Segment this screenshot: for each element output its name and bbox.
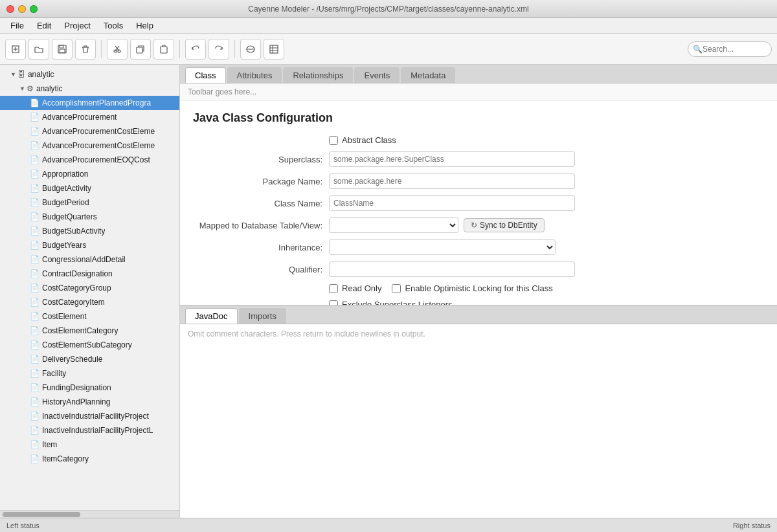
class-label-1: AdvanceProcurement	[42, 113, 117, 122]
menu-help[interactable]: Help	[131, 19, 159, 32]
exclude-superclass-label: Exclude Superclass Listeners	[342, 300, 453, 305]
tab-metadata[interactable]: Metadata	[401, 67, 455, 83]
horizontal-scrollbar[interactable]	[0, 510, 179, 518]
classname-input[interactable]	[329, 195, 575, 211]
class-icon-3: 📄	[30, 141, 39, 150]
search-box: 🔍	[688, 41, 772, 57]
tab-javadoc[interactable]: JavaDoc	[185, 308, 238, 324]
sidebar-item-0[interactable]: 📄 AccomplishmentPlannedProgra	[0, 96, 179, 110]
entity-button[interactable]	[240, 39, 261, 60]
class-label-23: InactiveIndustrialFacilityProjectL	[42, 426, 153, 435]
search-input[interactable]	[688, 41, 772, 57]
abstract-class-row: Abstract Class	[193, 135, 764, 145]
sidebar-item-8[interactable]: 📄 BudgetQuarters	[0, 210, 179, 224]
java-class-section: Java Class Configuration Abstract Class …	[180, 101, 777, 305]
sidebar-item-17[interactable]: 📄 CostElementSubCategory	[0, 338, 179, 352]
paste-button[interactable]	[153, 39, 174, 60]
sidebar-item-23[interactable]: 📄 InactiveIndustrialFacilityProjectL	[0, 423, 179, 438]
delete-button[interactable]	[75, 39, 96, 60]
sidebar-item-10[interactable]: 📄 BudgetYears	[0, 238, 179, 252]
class-label-10: BudgetYears	[42, 241, 86, 250]
close-window-button[interactable]	[6, 5, 14, 13]
menu-edit[interactable]: Edit	[32, 19, 56, 32]
class-icon-13: 📄	[30, 283, 39, 293]
sidebar-item-21[interactable]: 📄 HistoryAndPlanning	[0, 395, 179, 409]
save-button[interactable]	[52, 39, 73, 60]
class-icon-8: 📄	[30, 212, 39, 221]
undo-button[interactable]	[185, 39, 206, 60]
child-label: analytic	[36, 84, 63, 93]
superclass-input[interactable]	[329, 151, 575, 167]
sidebar-item-7[interactable]: 📄 BudgetPeriod	[0, 195, 179, 210]
readonly-checkbox[interactable]	[329, 284, 338, 293]
open-button[interactable]	[28, 39, 49, 60]
readonly-checkbox-label[interactable]: Read Only	[329, 283, 381, 293]
sidebar-item-2[interactable]: 📄 AdvanceProcurementCostEleme	[0, 124, 179, 139]
abstract-class-checkbox[interactable]	[329, 136, 338, 145]
menu-file[interactable]: File	[5, 19, 29, 32]
new-button[interactable]	[5, 39, 26, 60]
h-scroll-thumb[interactable]	[3, 512, 80, 517]
sidebar-item-22[interactable]: 📄 InactiveIndustrialFacilityProject	[0, 409, 179, 423]
copy-button[interactable]	[130, 39, 151, 60]
title-bar: Cayenne Modeler - /Users/mrg/Projects/CM…	[0, 0, 777, 18]
inheritance-select[interactable]	[329, 239, 556, 255]
tab-class[interactable]: Class	[185, 67, 226, 83]
package-label: Package Name:	[193, 177, 322, 186]
tab-imports[interactable]: Imports	[239, 308, 286, 324]
sidebar-item-4[interactable]: 📄 AdvanceProcurementEOQCost	[0, 153, 179, 167]
sidebar-item-19[interactable]: 📄 Facility	[0, 366, 179, 381]
redo-button[interactable]	[208, 39, 229, 60]
class-label-14: CostCategoryItem	[42, 298, 105, 307]
sidebar-item-18[interactable]: 📄 DeliverySchedule	[0, 352, 179, 366]
class-label-19: Facility	[42, 369, 66, 378]
sidebar-item-11[interactable]: 📄 CongressionalAddDetail	[0, 252, 179, 267]
class-icon-17: 📄	[30, 340, 39, 349]
exclude-superclass-checkbox[interactable]	[329, 300, 338, 305]
menu-tools[interactable]: Tools	[98, 19, 128, 32]
maximize-window-button[interactable]	[30, 5, 38, 13]
tab-events[interactable]: Events	[354, 67, 400, 83]
optimistic-checkbox[interactable]	[392, 284, 401, 293]
sidebar-item-25[interactable]: 📄 ItemCategory	[0, 452, 179, 466]
qualifier-label: Qualifier:	[193, 265, 322, 274]
search-icon-wrapper: 🔍	[688, 41, 772, 57]
qualifier-input[interactable]	[329, 261, 575, 277]
class-label-4: AdvanceProcurementEOQCost	[42, 155, 150, 164]
minimize-window-button[interactable]	[18, 5, 26, 13]
sidebar-item-24[interactable]: 📄 Item	[0, 438, 179, 452]
sidebar-item-16[interactable]: 📄 CostElementCategory	[0, 324, 179, 338]
class-icon-24: 📄	[30, 440, 39, 449]
class-label-25: ItemCategory	[42, 454, 89, 463]
folder-icon: ⚙	[27, 84, 34, 93]
sync-button[interactable]: ↻ Sync to DbEntity	[464, 218, 545, 232]
sidebar-item-5[interactable]: 📄 Appropriation	[0, 167, 179, 181]
menu-project[interactable]: Project	[59, 19, 95, 32]
optimistic-checkbox-label[interactable]: Enable Optimistic Locking for this Class	[392, 283, 552, 293]
sidebar-item-6[interactable]: 📄 BudgetActivity	[0, 181, 179, 195]
class-icon-16: 📄	[30, 326, 39, 335]
sidebar-item-15[interactable]: 📄 CostElement	[0, 309, 179, 324]
sidebar-item-14[interactable]: 📄 CostCategoryItem	[0, 295, 179, 309]
sidebar-item-3[interactable]: 📄 AdvanceProcurementCostEleme	[0, 139, 179, 153]
sidebar-item-20[interactable]: 📄 FundingDesignation	[0, 381, 179, 395]
sidebar-item-12[interactable]: 📄 ContractDesignation	[0, 267, 179, 281]
sidebar-item-1[interactable]: 📄 AdvanceProcurement	[0, 110, 179, 124]
mapped-select[interactable]	[329, 217, 458, 233]
package-field	[329, 173, 575, 189]
tab-relationships[interactable]: Relationships	[283, 67, 353, 83]
exclude-superclass-checkbox-label[interactable]: Exclude Superclass Listeners	[329, 300, 453, 305]
class-icon-25: 📄	[30, 454, 39, 463]
abstract-class-checkbox-label[interactable]: Abstract Class	[329, 135, 396, 145]
tab-attributes[interactable]: Attributes	[227, 67, 282, 83]
sidebar-item-root[interactable]: ▼ 🗄 analytic	[0, 67, 179, 82]
sidebar-item-analytic[interactable]: ▼ ⚙ analytic	[0, 82, 179, 96]
sidebar-item-13[interactable]: 📄 CostCategoryGroup	[0, 281, 179, 295]
tree-root: ▼ 🗄 analytic ▼ ⚙ analytic 📄 Accomplishme…	[0, 65, 179, 469]
datatable-button[interactable]	[264, 39, 284, 60]
sidebar-item-9[interactable]: 📄 BudgetSubActivity	[0, 224, 179, 238]
class-icon-19: 📄	[30, 369, 39, 378]
cut-button[interactable]	[107, 39, 128, 60]
sidebar-content[interactable]: ▼ 🗄 analytic ▼ ⚙ analytic 📄 Accomplishme…	[0, 65, 179, 510]
package-input[interactable]	[329, 173, 575, 189]
